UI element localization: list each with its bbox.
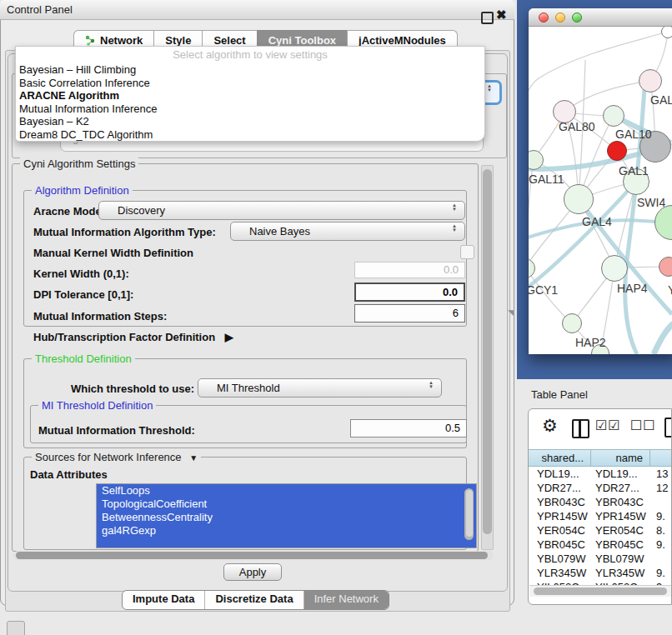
tab-label: jActiveMNodules <box>359 34 446 47</box>
close-traffic-icon[interactable] <box>539 12 549 22</box>
tab-impute-data[interactable]: Impute Data <box>123 591 204 609</box>
list-item-partial[interactable] <box>97 538 476 548</box>
network-node-hap4[interactable] <box>601 255 628 282</box>
data-attributes-label: Data Attributes <box>30 468 108 481</box>
combo-arrows-icon: ▲▼ <box>429 381 434 389</box>
minimize-traffic-icon[interactable] <box>555 12 565 22</box>
scrollbar-thumb[interactable] <box>16 552 488 559</box>
minimized-palette-icon[interactable] <box>7 621 25 635</box>
network-canvas[interactable]: GAL GAL80 GAL10 GAL1 GAL11 SWI4 GAL4 GCY… <box>529 27 672 354</box>
data-attributes-list[interactable]: SelfLoops TopologicalCoefficient Between… <box>96 483 477 548</box>
dropdown-placeholder: Select algorithm to view settings <box>16 48 484 61</box>
algorithm-option-basic-correlation[interactable]: Basic Correlation Inference <box>19 77 481 90</box>
combo-value: MI Threshold <box>217 382 280 394</box>
aracne-mode-combo[interactable]: Discovery ▲▼ <box>98 201 465 220</box>
algorithm-option-mutual-information[interactable]: Mutual Information Inference <box>19 102 481 116</box>
network-node[interactable] <box>661 27 672 38</box>
mi-threshold-group-title: MI Threshold Definition <box>38 399 156 412</box>
node-label: GAL11 <box>529 172 564 186</box>
divider-handle[interactable]: ◥ <box>508 308 514 317</box>
list-item-selfloops[interactable]: SelfLoops <box>97 484 476 498</box>
node-label: GAL80 <box>559 120 595 133</box>
tab-discretize-data[interactable]: Discretize Data <box>204 591 303 609</box>
manual-kernel-label: Manual Kernel Width Definition <box>33 247 193 259</box>
algorithm-option-aracne[interactable]: ARACNE Algorithm <box>19 89 481 102</box>
which-threshold-combo[interactable]: MI Threshold ▲▼ <box>198 378 442 398</box>
zoom-traffic-icon[interactable] <box>572 12 582 22</box>
algorithm-option-dream8[interactable]: Dream8 DC_TDC Algorithm <box>19 128 481 142</box>
table-row[interactable]: YLR345WYLR345W9. <box>529 566 672 580</box>
mi-type-label: Mutual Information Algorithm Type: <box>33 226 216 238</box>
document-icon[interactable] <box>664 418 672 438</box>
combo-value: Naive Bayes <box>249 225 310 238</box>
kernel-width-field[interactable]: 0.0 <box>354 262 465 278</box>
table-header-row: shared... name <box>529 449 672 467</box>
table-row[interactable]: YER054CYER054C8. <box>529 523 672 538</box>
mi-steps-field[interactable]: 6 <box>354 304 465 322</box>
node-label: SWI4 <box>637 196 665 209</box>
table-row[interactable]: YDL19...YDL19...13 <box>529 467 672 481</box>
list-item-gal4rgexp[interactable]: gal4RGexp <box>97 524 476 538</box>
column-header-cut[interactable] <box>649 449 672 467</box>
column-header-shared-name[interactable]: shared... <box>528 449 591 467</box>
network-icon <box>85 35 96 46</box>
network-node[interactable] <box>639 69 662 92</box>
close-icon[interactable]: ✖ <box>496 8 507 22</box>
network-node-gal10[interactable] <box>603 105 624 127</box>
manual-kernel-checkbox[interactable] <box>460 245 474 259</box>
tab-label: Network <box>100 34 143 47</box>
dpi-tolerance-field[interactable]: 0.0 <box>354 282 465 302</box>
scrollbar-thumb[interactable] <box>466 490 473 537</box>
table-body: YDL19...YDL19...13 YDR27...YDR27...12 YB… <box>529 467 672 587</box>
table-row[interactable]: YBR043CYBR043C <box>529 495 672 509</box>
node-label: GAL4 <box>582 215 612 228</box>
mi-steps-label: Mutual Information Steps: <box>33 310 167 322</box>
sources-group-toggle[interactable]: Sources for Network Inference ▼ <box>32 451 201 463</box>
network-node-red[interactable] <box>607 141 627 161</box>
mi-threshold-field[interactable]: 0.5 <box>350 419 467 438</box>
scrollbar-thumb[interactable] <box>483 169 492 534</box>
algorithm-definition-title: Algorithm Definition <box>32 184 133 197</box>
table-row[interactable]: YDR27...YDR27...12 <box>529 481 672 495</box>
node-label: HAP2 <box>575 336 606 349</box>
gear-icon[interactable]: ⚙ <box>542 416 558 436</box>
algorithm-option-bayesian-hill-climbing[interactable]: Bayesian – Hill Climbing <box>19 63 481 77</box>
attributes-list-scrollbar[interactable] <box>464 488 474 540</box>
scrollbar-thumb[interactable] <box>534 588 667 595</box>
settings-vertical-scrollbar[interactable] <box>481 165 494 550</box>
hub-definition-toggle[interactable]: Hub/Transcription Factor Definition ▶ <box>33 331 233 343</box>
hub-definition-label: Hub/Transcription Factor Definition <box>33 331 215 343</box>
table-panel-title: Table Panel <box>531 388 588 401</box>
mi-type-combo[interactable]: Naive Bayes ▲▼ <box>230 222 465 241</box>
deselect-all-icon[interactable]: ☐☐ <box>630 418 656 433</box>
control-panel-title: Control Panel <box>7 3 73 16</box>
table-row[interactable]: YPR145WYPR145W9. <box>529 509 672 523</box>
tab-infer-network[interactable]: Infer Network <box>303 591 389 609</box>
list-item-betweennesscentrality[interactable]: BetweennessCentrality <box>97 511 476 524</box>
algorithm-option-bayesian-k2[interactable]: Bayesian – K2 <box>19 115 481 128</box>
table-row[interactable]: YBR045CYBR045C9. <box>529 538 672 552</box>
table-row[interactable]: YBL079WYBL079W <box>529 552 672 566</box>
float-window-icon[interactable] <box>481 12 494 24</box>
node-label: GCY1 <box>529 283 558 297</box>
control-panel-titlebar[interactable]: Control Panel <box>0 0 514 20</box>
apply-button[interactable]: Apply <box>223 563 282 581</box>
network-window-titlebar[interactable] <box>529 8 672 27</box>
select-all-icon[interactable]: ☑☑ <box>595 418 621 433</box>
column-header-name[interactable]: name <box>590 449 650 467</box>
aracne-mode-label: Aracne Mode: <box>33 205 105 218</box>
tab-label: Cyni Toolbox <box>268 34 336 47</box>
table-horizontal-scrollbar[interactable] <box>529 585 672 597</box>
column-layout-icon[interactable] <box>572 419 589 438</box>
settings-horizontal-scrollbar[interactable] <box>13 551 494 560</box>
list-item-topologicalcoefficient[interactable]: TopologicalCoefficient <box>97 498 476 511</box>
cyni-settings-group-title: Cyni Algorithm Settings <box>20 158 138 170</box>
node-label: Y <box>668 283 672 297</box>
node-label: GAL <box>650 93 672 107</box>
which-threshold-label: Which threshold to use: <box>71 382 194 395</box>
network-node-gal4[interactable] <box>564 184 594 214</box>
combo-arrows-icon: ▲▼ <box>452 203 457 212</box>
network-node-hap2[interactable] <box>562 313 582 333</box>
table-panel-window: ⚙ ☑☑ ☐☐ shared... name YDL19...YDL19...1… <box>528 408 672 605</box>
bottom-tab-bar: Impute Data Discretize Data Infer Networ… <box>122 590 389 610</box>
